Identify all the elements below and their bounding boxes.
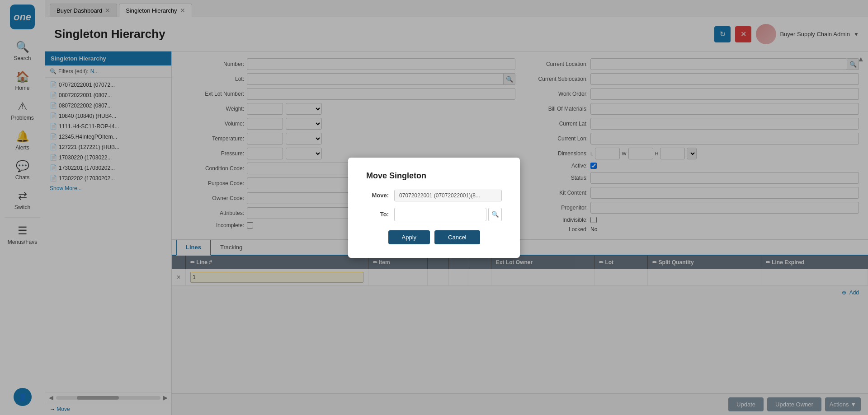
modal-apply-button[interactable]: Apply bbox=[388, 230, 430, 244]
modal-buttons: Apply Cancel bbox=[366, 230, 502, 244]
modal-title: Move Singleton bbox=[366, 171, 502, 181]
modal-cancel-button[interactable]: Cancel bbox=[434, 230, 480, 244]
modal-to-input[interactable] bbox=[394, 208, 486, 221]
modal-to-label: To: bbox=[366, 211, 389, 218]
modal-to-row: To: 🔍 bbox=[366, 208, 502, 221]
modal-overlay[interactable]: Move Singleton Move: 07072022001 (070720… bbox=[0, 0, 868, 415]
move-singleton-modal: Move Singleton Move: 07072022001 (070720… bbox=[348, 158, 520, 258]
modal-to-search-btn[interactable]: 🔍 bbox=[488, 208, 502, 221]
modal-move-label: Move: bbox=[366, 192, 389, 199]
modal-to-input-group: 🔍 bbox=[394, 208, 502, 221]
modal-move-value: 07072022001 (07072022001)(8... bbox=[394, 190, 502, 201]
modal-move-row: Move: 07072022001 (07072022001)(8... bbox=[366, 190, 502, 201]
